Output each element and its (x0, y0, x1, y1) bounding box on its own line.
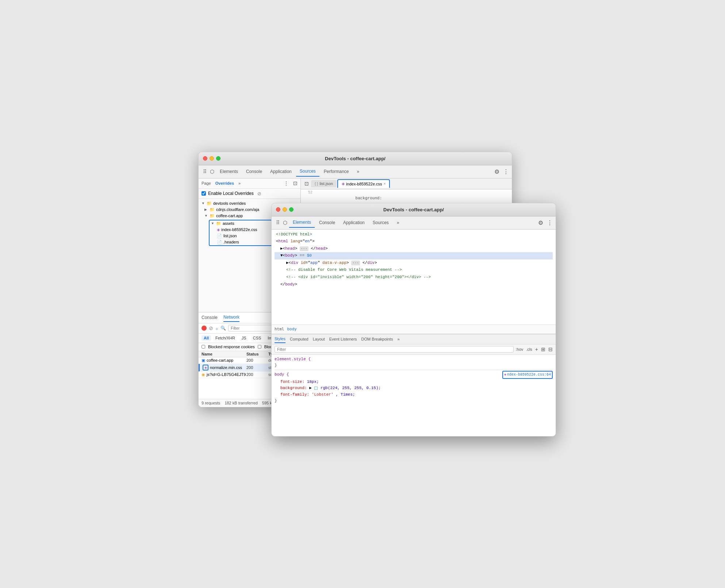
requests-count: 9 requests (202, 401, 220, 405)
tab-elements-front[interactable]: Elements (289, 218, 315, 228)
styles-panel: Styles Computed Layout Event Listeners D… (272, 334, 556, 436)
network-row-name-js: ◉ js?id=G-LB75G4EJT9 (202, 372, 246, 377)
tab-sources-back[interactable]: Sources (296, 166, 319, 177)
tab-sources-front[interactable]: Sources (369, 218, 392, 227)
styles-tab-layout[interactable]: Layout (313, 335, 325, 343)
breadcrumb-html[interactable]: html (275, 327, 284, 331)
enable-overrides-checkbox[interactable] (202, 191, 206, 196)
tab-more-back[interactable]: » (353, 167, 363, 176)
network-row-name-normalize: ◈ normalize.min.css (203, 365, 246, 370)
filter-button[interactable]: ⬦ (215, 326, 218, 331)
styles-filter-input[interactable] (275, 346, 514, 353)
blocked-requests-checkbox[interactable] (258, 345, 261, 349)
prop-font-family: font-family: 'Lobster' , Times; (275, 392, 553, 398)
filter-fetch-xhr[interactable]: Fetch/XHR (213, 335, 237, 341)
sidebar-tab-overrides[interactable]: Overrides (215, 181, 234, 185)
tab-application-front[interactable]: Application (340, 218, 368, 227)
html-line-body-close[interactable]: </body> (275, 281, 553, 288)
sidebar-layout-btn[interactable]: ⊡ (293, 180, 298, 186)
html-line-doctype[interactable]: <!DOCTYPE html> (275, 231, 553, 238)
tab-application-back[interactable]: Application (266, 167, 295, 176)
device-icon-front[interactable]: ⬡ (282, 219, 288, 226)
tree-label-devtools-overrides: devtools overrides (213, 201, 246, 205)
sidebar-toggle-btn[interactable]: ⊡ (302, 181, 311, 187)
front-minimize-button[interactable] (283, 207, 287, 212)
html-line-head[interactable]: ▶<head> ··· </head> (275, 245, 553, 253)
js-icon: ◉ (202, 372, 205, 377)
tree-arrow-coffee-cart: ▼ (204, 214, 208, 218)
settings-button-front[interactable]: ⚙ (538, 219, 543, 226)
rule-body: body { ◈ ndex-b859522e.css:64 font-size:… (275, 371, 553, 404)
styles-tab-computed[interactable]: Computed (290, 335, 308, 343)
source-tab-index-css[interactable]: ◈ index-b859522e.css × (337, 179, 390, 188)
styles-tab-more[interactable]: » (397, 335, 399, 343)
sidebar-more-btn[interactable]: ⋮ (284, 180, 289, 186)
sidebar-tab-more[interactable]: » (238, 181, 241, 185)
html-line-html[interactable]: <html lang="en"> (275, 238, 553, 245)
back-devtools-tabs: ⠿ ⬡ Elements Console Application Sources… (199, 165, 512, 178)
sidebar-tab-page[interactable]: Page (202, 181, 211, 185)
filter-css[interactable]: CSS (251, 335, 264, 341)
more-button-front[interactable]: ⋮ (547, 219, 553, 226)
network-row-name-coffee-cart: ▣ coffee-cart.app (202, 358, 246, 363)
tab-console-front[interactable]: Console (315, 218, 339, 227)
clear-overrides-icon[interactable]: ⊘ (257, 191, 261, 196)
inspect-icon[interactable]: ⠿ (202, 168, 208, 175)
add-rule-button[interactable]: + (535, 346, 538, 352)
tab-console-back[interactable]: Console (242, 167, 266, 176)
close-button[interactable] (203, 156, 207, 161)
clear-log-button[interactable]: ⊘ (209, 325, 213, 331)
html-line-body[interactable]: ▼<body> == $0 (275, 252, 553, 260)
css-icon-normalize: ◈ (203, 365, 208, 370)
blocked-response-checkbox[interactable] (202, 345, 205, 349)
front-window: DevTools - coffee-cart.app/ ⠿ ⬡ Elements… (271, 203, 556, 437)
style-file-link-body[interactable]: ◈ ndex-b859522e.css:64 (502, 371, 553, 379)
tab-console-bottom[interactable]: Console (202, 314, 218, 322)
back-titlebar: DevTools - coffee-cart.app/ (199, 152, 512, 165)
hov-button[interactable]: :hov (516, 347, 523, 351)
front-titlebar: DevTools - coffee-cart.app/ (272, 203, 556, 216)
css-link-icon: ◈ (504, 372, 506, 378)
network-filter-input[interactable] (228, 325, 272, 331)
tab-elements-back[interactable]: Elements (216, 167, 242, 176)
bg-color-swatch[interactable] (314, 387, 318, 390)
enable-overrides-row: Enable Local Overrides ⊘ (199, 189, 300, 199)
more-button-back[interactable]: ⋮ (503, 168, 509, 175)
layout-button[interactable]: ⊟ (548, 346, 553, 352)
minimize-button[interactable] (210, 156, 214, 161)
source-tab-close-css[interactable]: × (384, 182, 386, 186)
filter-all[interactable]: All (202, 335, 211, 341)
source-tab-list-json[interactable]: { } list.json (311, 180, 337, 187)
inspect-icon-front[interactable]: ⠿ (275, 219, 281, 226)
folder-icon-coffee-cart: 📁 (210, 214, 215, 218)
maximize-button[interactable] (216, 156, 220, 161)
css-tab-icon: ◈ (342, 181, 345, 186)
tab-performance-back[interactable]: Performance (320, 167, 353, 176)
styles-tab-dom-breakpoints[interactable]: DOM Breakpoints (361, 335, 393, 343)
breadcrumb-body[interactable]: body (287, 327, 297, 331)
copy-button[interactable]: ⊞ (541, 346, 545, 352)
search-icon[interactable]: 🔍 (220, 326, 226, 331)
body-selector: body { (275, 372, 289, 378)
html-line-div-app[interactable]: ▶<div id="app" data-v-app> ··· </div> (275, 260, 553, 267)
styles-tab-styles[interactable]: Styles (275, 335, 285, 343)
tab-network-bottom[interactable]: Network (223, 313, 239, 322)
filter-js[interactable]: JS (239, 335, 249, 341)
styles-tab-event-listeners[interactable]: Event Listeners (329, 335, 357, 343)
device-icon[interactable]: ⬡ (209, 168, 215, 175)
network-status-js: 200 (246, 372, 268, 377)
record-button[interactable] (202, 326, 207, 331)
front-window-title: DevTools - coffee-cart.app/ (383, 207, 444, 212)
network-status-normalize: 200 (246, 365, 268, 370)
elements-body: <!DOCTYPE html> <html lang="en"> ▶<head>… (272, 230, 556, 436)
styles-tabs: Styles Computed Layout Event Listeners D… (272, 334, 556, 345)
tab-more-front[interactable]: » (393, 218, 403, 227)
front-close-button[interactable] (276, 207, 280, 212)
source-tab-label-css: index-b859522e.css (346, 182, 382, 186)
cls-button[interactable]: .cls (526, 347, 532, 351)
settings-button-back[interactable]: ⚙ (494, 168, 499, 175)
front-maximize-button[interactable] (289, 207, 294, 212)
styles-toolbar: :hov .cls + ⊞ ⊟ (272, 345, 556, 355)
col-status: Status (246, 352, 268, 356)
styles-content: element.style { } body { ◈ ndex-b859522e (272, 355, 556, 436)
